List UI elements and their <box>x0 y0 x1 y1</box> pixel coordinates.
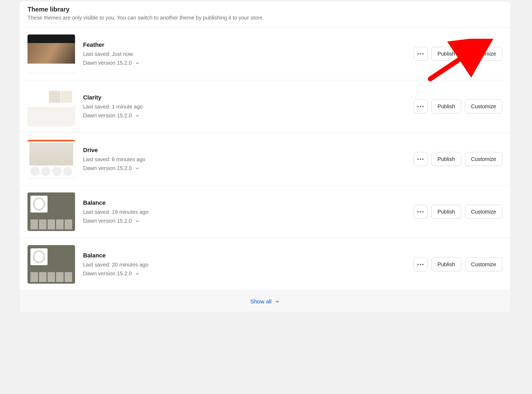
theme-actions: Publish Customize <box>414 205 502 219</box>
theme-last-saved: Last saved: 1 minute ago <box>83 104 406 110</box>
theme-thumbnail[interactable] <box>28 245 75 284</box>
more-actions-button[interactable] <box>414 47 428 61</box>
customize-label: Customize <box>471 156 496 162</box>
customize-button[interactable]: Customize <box>465 99 502 113</box>
chevron-down-icon <box>275 299 280 304</box>
chevron-down-icon <box>135 166 140 171</box>
theme-version-dropdown[interactable]: Dawn version 15.2.0 <box>83 271 406 277</box>
more-icon <box>417 159 424 160</box>
theme-name: Balance <box>83 199 406 206</box>
card-header: Theme library These themes are only visi… <box>19 1 510 27</box>
card-title: Theme library <box>28 6 502 13</box>
more-icon <box>417 53 424 55</box>
customize-button[interactable]: Customize <box>465 257 502 271</box>
publish-button[interactable]: Publish <box>431 152 461 166</box>
theme-version-dropdown[interactable]: Dawn version 15.2.0 <box>83 113 406 119</box>
theme-thumbnail[interactable] <box>28 34 75 73</box>
customize-label: Customize <box>471 51 496 57</box>
theme-name: Clarity <box>83 94 406 101</box>
theme-actions: Publish Customize <box>414 99 502 113</box>
customize-button[interactable]: Customize <box>465 47 502 61</box>
theme-actions: Publish Customize <box>414 47 502 61</box>
chevron-down-icon <box>135 271 140 276</box>
theme-version-label: Dawn version 15.2.0 <box>83 271 132 277</box>
theme-actions: Publish Customize <box>414 152 502 166</box>
theme-thumbnail[interactable] <box>28 192 75 231</box>
customize-label: Customize <box>471 103 496 110</box>
customize-label: Customize <box>471 209 496 215</box>
publish-button[interactable]: Publish <box>431 99 461 113</box>
theme-last-saved: Last saved: Just now <box>83 51 406 57</box>
theme-name: Drive <box>83 147 406 154</box>
theme-version-dropdown[interactable]: Dawn version 15.2.0 <box>83 60 406 66</box>
publish-label: Publish <box>437 209 455 215</box>
theme-version-label: Dawn version 15.2.0 <box>83 218 132 224</box>
theme-row: Balance Last saved: 19 minutes ago Dawn … <box>19 185 510 238</box>
theme-version-dropdown[interactable]: Dawn version 15.2.0 <box>83 165 406 171</box>
more-actions-button[interactable] <box>414 205 428 219</box>
publish-button[interactable]: Publish <box>431 257 461 271</box>
theme-thumbnail[interactable] <box>28 87 75 126</box>
theme-row: Clarity Last saved: 1 minute ago Dawn ve… <box>19 80 510 133</box>
publish-label: Publish <box>437 51 455 57</box>
publish-label: Publish <box>437 261 455 268</box>
theme-version-label: Dawn version 15.2.0 <box>83 165 132 171</box>
theme-row: Feather Last saved: Just now Dawn versio… <box>19 27 510 80</box>
chevron-down-icon <box>135 219 140 223</box>
theme-version-dropdown[interactable]: Dawn version 15.2.0 <box>83 218 406 224</box>
theme-list: Feather Last saved: Just now Dawn versio… <box>19 27 510 291</box>
theme-library-card: Theme library These themes are only visi… <box>19 1 511 312</box>
more-icon <box>417 106 424 107</box>
card-subtitle: These themes are only visible to you. Yo… <box>28 15 502 21</box>
customize-button[interactable]: Customize <box>465 205 502 219</box>
chevron-down-icon <box>135 113 140 118</box>
theme-name: Balance <box>83 252 406 259</box>
more-actions-button[interactable] <box>414 257 428 271</box>
theme-name: Feather <box>83 41 406 48</box>
publish-button[interactable]: Publish <box>431 205 461 219</box>
theme-actions: Publish Customize <box>414 257 502 271</box>
theme-version-label: Dawn version 15.2.0 <box>83 60 132 66</box>
more-icon <box>417 264 424 265</box>
theme-last-saved: Last saved: 19 minutes ago <box>83 209 406 215</box>
more-icon <box>417 211 424 213</box>
publish-label: Publish <box>437 156 455 162</box>
show-all-button[interactable]: Show all <box>19 291 510 312</box>
theme-last-saved: Last saved: 6 minutes ago <box>83 156 406 163</box>
theme-row: Drive Last saved: 6 minutes ago Dawn ver… <box>19 133 510 185</box>
chevron-down-icon <box>135 61 140 65</box>
show-all-label: Show all <box>250 298 271 305</box>
customize-label: Customize <box>471 261 496 268</box>
theme-version-label: Dawn version 15.2.0 <box>83 113 132 119</box>
customize-button[interactable]: Customize <box>465 152 502 166</box>
theme-last-saved: Last saved: 20 minutes ago <box>83 262 406 268</box>
more-actions-button[interactable] <box>414 99 428 113</box>
theme-thumbnail[interactable] <box>28 140 75 178</box>
more-actions-button[interactable] <box>414 152 428 166</box>
publish-label: Publish <box>437 103 455 110</box>
publish-button[interactable]: Publish <box>431 47 461 61</box>
theme-row: Balance Last saved: 20 minutes ago Dawn … <box>19 238 510 291</box>
